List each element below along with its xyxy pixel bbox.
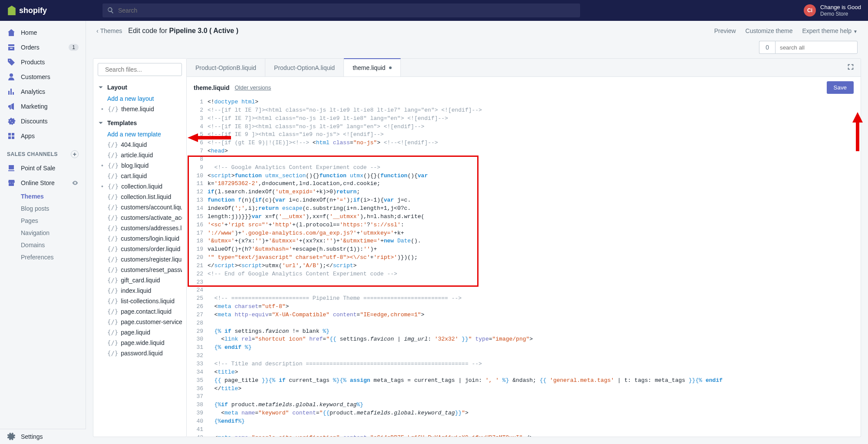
subnav-pages[interactable]: Pages	[0, 215, 86, 227]
expert-help-link[interactable]: Expert theme help▼	[802, 27, 858, 34]
file-gift_card-liquid[interactable]: {/} gift_card.liquid	[98, 275, 182, 285]
file-section-templates[interactable]: Templates	[98, 117, 182, 129]
file-404-liquid[interactable]: {/} 404.liquid	[98, 139, 182, 150]
code-line-34[interactable]: 34 <title>	[187, 368, 861, 377]
file-section-layout[interactable]: Layout	[98, 81, 182, 93]
code-line-11[interactable]: 11k='187295362-2',d=document,l=d.locatio…	[187, 180, 861, 188]
file-collection-list-liquid[interactable]: {/} collection.list.liquid	[98, 192, 182, 202]
code-line-37[interactable]: 37	[187, 393, 861, 401]
code-line-3[interactable]: 3<!--[if IE 7]><html class="no-js lt-ie9…	[187, 115, 861, 123]
code-line-9[interactable]: 9 <!-- Google Analytics Content Experime…	[187, 164, 861, 172]
subnav-navigation[interactable]: Navigation	[0, 227, 86, 239]
code-line-21[interactable]: 21</script><script>utmx('url','A/B');</s…	[187, 262, 861, 270]
file-article-liquid[interactable]: {/} article.liquid	[98, 150, 182, 160]
code-line-33[interactable]: 33 <!-- Title and description ==========…	[187, 360, 861, 368]
file-theme-liquid[interactable]: {/} theme.liquid	[98, 104, 182, 114]
code-line-6[interactable]: 6<!--[if (gt IE 9)|!(IE)]><!--> <html cl…	[187, 139, 861, 147]
older-versions-link[interactable]: Older versions	[234, 84, 271, 91]
file-blog-liquid[interactable]: {/} blog.liquid	[98, 160, 182, 171]
nav-analytics[interactable]: Analytics	[0, 84, 86, 99]
code-line-25[interactable]: 25 <!-- ======================= Pipeline…	[187, 295, 861, 303]
nav-home[interactable]: Home	[0, 25, 86, 40]
nav-discounts[interactable]: Discounts	[0, 114, 86, 129]
code-line-20[interactable]: 20'" type="text/javascript" charset="utf…	[187, 254, 861, 262]
subnav-preferences[interactable]: Preferences	[0, 251, 86, 263]
brand-logo[interactable]: shopify	[7, 6, 85, 15]
code-line-26[interactable]: 26 <meta charset="utf-8">	[187, 303, 861, 311]
settings-link[interactable]: Settings	[0, 429, 86, 444]
tab-Product-OptionA-liquid[interactable]: Product-OptionA.liquid	[265, 59, 344, 76]
file-search-input[interactable]	[105, 66, 181, 73]
file-search[interactable]	[98, 63, 182, 76]
file-customers-activate_account-liquid[interactable]: {/} customers/activate_account.liquid	[98, 212, 182, 223]
file-index-liquid[interactable]: {/} index.liquid	[98, 285, 182, 296]
code-line-29[interactable]: 29 {% if settings.favicon != blank %}	[187, 328, 861, 336]
code-line-30[interactable]: 30 <link rel="shortcut icon" href="{{ se…	[187, 335, 861, 344]
back-to-themes[interactable]: ‹ Themes	[96, 27, 122, 34]
code-line-24[interactable]: 24	[187, 286, 861, 295]
subnav-blog-posts[interactable]: Blog posts	[0, 202, 86, 215]
code-line-14[interactable]: 14indexOf(';',i);return escape(c.substri…	[187, 205, 861, 213]
nav-orders[interactable]: Orders1	[0, 40, 86, 55]
subnav-domains[interactable]: Domains	[0, 239, 86, 251]
code-line-5[interactable]: 5<!--[if IE 9 ]><html class="ie9 no-js">…	[187, 131, 861, 139]
add-channel-icon[interactable]: +	[71, 150, 79, 158]
file-page-wide-liquid[interactable]: {/} page.wide.liquid	[98, 338, 182, 348]
code-line-36[interactable]: 36 </title>	[187, 385, 861, 393]
code-line-17[interactable]: 17'://www')+'.google-analytics.com/ga_ex…	[187, 229, 861, 238]
nav-marketing[interactable]: Marketing	[0, 99, 86, 114]
code-line-7[interactable]: 7<head>	[187, 147, 861, 156]
search-all-input[interactable]	[775, 41, 858, 54]
code-line-42[interactable]: 42 <meta name="google-site-verification"…	[187, 434, 861, 437]
code-line-31[interactable]: 31 {% endif %}	[187, 344, 861, 352]
code-line-39[interactable]: 39 <meta name="keyword" content="{{produ…	[187, 409, 861, 417]
file-customers-login-liquid[interactable]: {/} customers/login.liquid	[98, 233, 182, 244]
file-list-collections-liquid[interactable]: {/} list-collections.liquid	[98, 296, 182, 306]
code-line-13[interactable]: 13function f(n){if(c){var i=c.indexOf(n+…	[187, 196, 861, 205]
file-page-liquid[interactable]: {/} page.liquid	[98, 327, 182, 338]
global-search-input[interactable]	[118, 7, 576, 14]
code-line-19[interactable]: 19valueOf()+(h?'&utmxhash='+escape(h.sub…	[187, 245, 861, 254]
global-search[interactable]	[102, 3, 580, 17]
code-line-16[interactable]: 16'<sc'+'ript src="'+'http'+(l.protocol=…	[187, 221, 861, 229]
file-customers-order-liquid[interactable]: {/} customers/order.liquid	[98, 244, 182, 254]
code-line-38[interactable]: 38 {%if product.metafields.global.keywor…	[187, 401, 861, 409]
code-line-23[interactable]: 23	[187, 278, 861, 287]
code-line-10[interactable]: 10<script>function utmx_section(){}funct…	[187, 172, 861, 180]
code-line-2[interactable]: 2<!--[if lt IE 7]><html class="no-js lt-…	[187, 106, 861, 115]
file-page-contact-liquid[interactable]: {/} page.contact.liquid	[98, 306, 182, 317]
save-button[interactable]: Save	[827, 81, 854, 94]
code-line-28[interactable]: 28	[187, 319, 861, 328]
nav-products[interactable]: Products	[0, 55, 86, 70]
code-line-12[interactable]: 12if(l.search.indexOf('utm_expid='+k)>0)…	[187, 188, 861, 196]
file-password-liquid[interactable]: {/} password.liquid	[98, 348, 182, 358]
file-customers-reset_password-liquid[interactable]: {/} customers/reset_password.liquid	[98, 265, 182, 275]
code-line-35[interactable]: 35 {{ page_title }}{% if current_tags %}…	[187, 377, 861, 385]
file-customers-addresses-liquid[interactable]: {/} customers/addresses.liquid	[98, 223, 182, 233]
code-line-32[interactable]: 32	[187, 352, 861, 360]
code-line-15[interactable]: 15length:j))}}}var x=f('__utmx'),xx=f('_…	[187, 213, 861, 221]
preview-link[interactable]: Preview	[714, 27, 736, 34]
file-customers-account-liquid[interactable]: {/} customers/account.liquid	[98, 202, 182, 212]
subnav-themes[interactable]: Themes	[0, 190, 86, 202]
expand-button[interactable]	[841, 59, 861, 76]
user-menu[interactable]: Ci Change is Good Demo Store	[804, 4, 861, 17]
add-layout[interactable]: Add a new layout	[98, 93, 182, 104]
add-templates[interactable]: Add a new template	[98, 129, 182, 139]
code-editor[interactable]: 1<!doctype html>2<!--[if lt IE 7]><html …	[187, 98, 861, 437]
code-line-22[interactable]: 22<!-- End of Google Analytics Content E…	[187, 270, 861, 278]
nav-customers[interactable]: Customers	[0, 70, 86, 84]
file-customers-register-liquid[interactable]: {/} customers/register.liquid	[98, 254, 182, 265]
nav-apps[interactable]: Apps	[0, 129, 86, 143]
eye-icon[interactable]	[72, 179, 79, 186]
code-line-4[interactable]: 4<!--[if IE 8]><html class="no-js lt-ie9…	[187, 123, 861, 131]
channel-point-of-sale[interactable]: Point of Sale	[0, 161, 86, 176]
code-line-27[interactable]: 27 <meta http-equiv="X-UA-Compatible" co…	[187, 311, 861, 319]
file-page-customer-service-liquid[interactable]: {/} page.customer-service.liquid	[98, 317, 182, 327]
code-line-8[interactable]: 8	[187, 156, 861, 164]
code-line-1[interactable]: 1<!doctype html>	[187, 98, 861, 106]
code-line-41[interactable]: 41	[187, 426, 861, 434]
file-cart-liquid[interactable]: {/} cart.liquid	[98, 171, 182, 181]
tab-theme-liquid[interactable]: theme.liquid	[344, 58, 401, 76]
customize-theme-link[interactable]: Customize theme	[746, 27, 793, 34]
